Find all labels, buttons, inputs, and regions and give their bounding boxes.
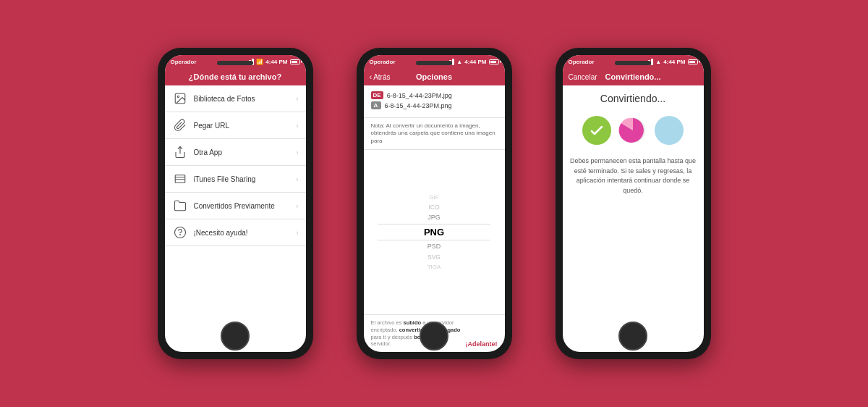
time-1: 4:44 PM xyxy=(265,59,287,65)
time-3: 4:44 PM xyxy=(663,59,685,65)
url-label: Pegar URL xyxy=(194,122,297,130)
chevron-help: › xyxy=(296,229,298,237)
nav-bar-1: ¿Dónde está tu archivo? xyxy=(165,68,306,85)
converted-label: Convertidos Previamente xyxy=(194,202,297,210)
status-bar-3: Operador ▲ 4:44 PM xyxy=(563,55,704,68)
format-psd[interactable]: PSD xyxy=(427,241,441,252)
battery-icon-3 xyxy=(688,59,698,64)
converting-title: Convirtiendo... xyxy=(600,93,665,104)
status-icons-3: ▲ 4:44 PM xyxy=(642,59,697,65)
svg-rect-3 xyxy=(175,175,185,183)
chevron-photos: › xyxy=(296,95,298,103)
file-to-row: A 6-8-15_4-44-23PM.png xyxy=(371,101,498,109)
menu-list-1: Biblioteca de Fotos › Pegar URL › xyxy=(165,85,306,352)
options-screen: DE 6-8-15_4-44-23PM.jpg A 6-8-15_4-44-23… xyxy=(364,85,505,352)
help-icon xyxy=(172,225,188,240)
time-2: 4:44 PM xyxy=(464,59,486,65)
menu-item-url[interactable]: Pegar URL › xyxy=(165,112,306,139)
chevron-url: › xyxy=(296,122,298,130)
wifi-icon-3: ▲ xyxy=(655,59,661,65)
chevron-itunes: › xyxy=(296,175,298,183)
cancel-label-3: Cancelar xyxy=(569,73,597,81)
status-icons-2: ▲ 4:44 PM xyxy=(443,59,498,65)
check-icon xyxy=(582,116,611,145)
share-icon xyxy=(172,144,188,160)
converting-screen: Convirtiendo... xyxy=(563,85,704,352)
nav-bar-3: Cancelar Convirtiendo... xyxy=(563,68,704,85)
wifi-icon-2: ▲ xyxy=(456,59,462,65)
file-from-name: 6-8-15_4-44-23PM.jpg xyxy=(387,92,452,99)
chevron-converted: › xyxy=(296,202,298,210)
carrier-3: Operador xyxy=(569,59,595,65)
nav-title-2: Opciones xyxy=(416,72,452,81)
nav-title-3: Convirtiendo... xyxy=(605,72,661,81)
nav-title-1: ¿Dónde está tu archivo? xyxy=(189,72,281,81)
format-ico[interactable]: ICO xyxy=(428,202,439,212)
itunes-icon xyxy=(172,171,188,187)
format-tiga[interactable]: TIGA xyxy=(427,262,441,272)
format-gif[interactable]: GIF xyxy=(429,193,438,203)
battery-icon-2 xyxy=(489,59,499,64)
paperclip-icon xyxy=(172,117,188,133)
photos-label: Biblioteca de Fotos xyxy=(194,95,297,103)
back-chevron-2: ‹ xyxy=(370,72,373,81)
carrier-1: Operador xyxy=(171,59,197,65)
circle-blue-icon xyxy=(655,116,684,145)
note-text: Nota: Al convertir un documento a imagen… xyxy=(364,118,505,150)
itunes-label: iTunes File Sharing xyxy=(194,175,297,183)
signal-icon-2 xyxy=(443,59,454,65)
file-from-row: DE 6-8-15_4-44-23PM.jpg xyxy=(371,91,498,99)
wifi-icon-1: 📶 xyxy=(256,59,263,65)
menu-item-converted[interactable]: Convertidos Previamente › xyxy=(165,193,306,219)
status-bar-2: Operador ▲ 4:44 PM xyxy=(364,55,505,68)
file-to-label: A xyxy=(371,101,381,109)
converting-text: Debes permanecen esta pantalla hasta que… xyxy=(570,156,697,196)
svg-point-7 xyxy=(179,235,180,235)
signal-icon-3 xyxy=(642,59,653,65)
converting-icons xyxy=(582,116,684,145)
phone-1: Operador 📶 4:44 PM ¿Dónde está tu archiv… xyxy=(158,48,313,359)
back-label-2: Atrás xyxy=(373,73,390,81)
other-app-label: Otra App xyxy=(194,148,297,156)
adelante-button[interactable]: ¡Adelante! xyxy=(465,340,497,348)
phone-3-screen: Operador ▲ 4:44 PM Cancelar Convirtiendo… xyxy=(563,55,704,352)
nav-bar-2: ‹ Atrás Opciones xyxy=(364,68,505,85)
bottom-desc: El archivo es subido a un servidor encri… xyxy=(371,319,466,348)
menu-item-other-app[interactable]: Otra App › xyxy=(165,139,306,166)
chevron-other-app: › xyxy=(296,148,298,156)
format-picker[interactable]: GIF ICO JPG PNG PSD SVG TIGA xyxy=(364,150,505,314)
file-from-label: DE xyxy=(371,91,383,99)
phone-2-screen: Operador ▲ 4:44 PM ‹ Atrás Opciones xyxy=(364,55,505,352)
file-info: DE 6-8-15_4-44-23PM.jpg A 6-8-15_4-44-23… xyxy=(364,85,505,118)
format-png-selected[interactable]: PNG xyxy=(424,225,444,240)
carrier-2: Operador xyxy=(370,59,396,65)
status-icons-1: 📶 4:44 PM xyxy=(243,59,299,65)
photo-library-icon xyxy=(172,91,188,106)
folder-icon xyxy=(172,198,188,214)
help-label: ¡Necesito ayuda! xyxy=(194,229,297,237)
signal-icon-1 xyxy=(243,59,254,65)
battery-icon-1 xyxy=(290,59,300,64)
status-bar-1: Operador 📶 4:44 PM xyxy=(165,55,306,68)
bottom-info: El archivo es subido a un servidor encri… xyxy=(364,314,505,352)
phone-2: Operador ▲ 4:44 PM ‹ Atrás Opciones xyxy=(357,48,512,359)
phone-3: Operador ▲ 4:44 PM Cancelar Convirtiendo… xyxy=(556,48,711,359)
format-jpg[interactable]: JPG xyxy=(427,212,441,223)
menu-item-photos[interactable]: Biblioteca de Fotos › xyxy=(165,85,306,112)
menu-item-itunes[interactable]: iTunes File Sharing › xyxy=(165,166,306,193)
svg-point-1 xyxy=(177,96,179,97)
cancel-button-3[interactable]: Cancelar xyxy=(569,73,597,81)
phone-1-screen: Operador 📶 4:44 PM ¿Dónde está tu archiv… xyxy=(165,55,306,352)
menu-item-help[interactable]: ¡Necesito ayuda! › xyxy=(165,219,306,246)
file-to-name: 6-8-15_4-44-23PM.png xyxy=(385,102,452,109)
format-svg[interactable]: SVG xyxy=(427,252,441,262)
pie-chart-icon xyxy=(618,116,647,145)
nav-back-2[interactable]: ‹ Atrás xyxy=(370,72,391,81)
